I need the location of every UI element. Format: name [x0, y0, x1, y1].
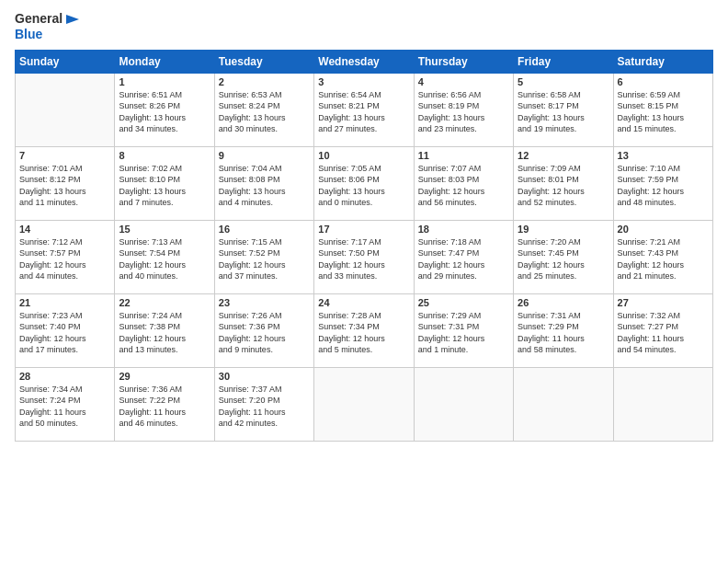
- calendar-cell: 26Sunrise: 7:31 AMSunset: 7:29 PMDayligh…: [514, 293, 613, 367]
- day-info: Sunrise: 7:37 AMSunset: 7:20 PMDaylight:…: [219, 384, 310, 430]
- logo-general: General: [15, 11, 79, 27]
- day-number: 12: [518, 150, 609, 161]
- week-row-3: 14Sunrise: 7:12 AMSunset: 7:57 PMDayligh…: [16, 220, 713, 293]
- calendar-cell: 1Sunrise: 6:51 AMSunset: 8:26 PMDaylight…: [115, 73, 214, 146]
- week-row-2: 7Sunrise: 7:01 AMSunset: 8:12 PMDaylight…: [16, 146, 713, 220]
- calendar-cell: 29Sunrise: 7:36 AMSunset: 7:22 PMDayligh…: [115, 367, 214, 441]
- day-info: Sunrise: 7:21 AMSunset: 7:43 PMDaylight:…: [618, 236, 709, 282]
- header: General Blue: [15, 11, 713, 42]
- header-row: SundayMondayTuesdayWednesdayThursdayFrid…: [16, 50, 713, 73]
- day-info: Sunrise: 6:58 AMSunset: 8:17 PMDaylight:…: [518, 89, 609, 135]
- day-number: 7: [19, 150, 110, 161]
- day-number: 10: [318, 150, 409, 161]
- calendar-cell: 6Sunrise: 6:59 AMSunset: 8:15 PMDaylight…: [613, 73, 712, 146]
- calendar-cell: 28Sunrise: 7:34 AMSunset: 7:24 PMDayligh…: [16, 367, 115, 441]
- day-number: 17: [318, 224, 409, 235]
- calendar-cell: 18Sunrise: 7:18 AMSunset: 7:47 PMDayligh…: [414, 220, 513, 293]
- header-day-thursday: Thursday: [414, 50, 513, 73]
- calendar-body: 1Sunrise: 6:51 AMSunset: 8:26 PMDaylight…: [16, 73, 713, 441]
- day-number: 6: [618, 76, 709, 87]
- svg-marker-0: [66, 15, 79, 24]
- day-number: 23: [219, 297, 310, 308]
- calendar-cell: 25Sunrise: 7:29 AMSunset: 7:31 PMDayligh…: [414, 293, 513, 367]
- calendar-cell: 20Sunrise: 7:21 AMSunset: 7:43 PMDayligh…: [613, 220, 712, 293]
- header-day-saturday: Saturday: [613, 50, 712, 73]
- calendar-cell: 12Sunrise: 7:09 AMSunset: 8:01 PMDayligh…: [514, 146, 613, 220]
- calendar-cell: 7Sunrise: 7:01 AMSunset: 8:12 PMDaylight…: [16, 146, 115, 220]
- day-info: Sunrise: 7:04 AMSunset: 8:08 PMDaylight:…: [219, 163, 310, 209]
- calendar-cell: [514, 367, 613, 441]
- day-number: 18: [418, 224, 509, 235]
- day-number: 16: [219, 224, 310, 235]
- calendar-cell: 21Sunrise: 7:23 AMSunset: 7:40 PMDayligh…: [16, 293, 115, 367]
- calendar-cell: 16Sunrise: 7:15 AMSunset: 7:52 PMDayligh…: [214, 220, 313, 293]
- header-day-wednesday: Wednesday: [314, 50, 414, 73]
- day-number: 11: [418, 150, 509, 161]
- day-number: 5: [518, 76, 609, 87]
- day-info: Sunrise: 7:15 AMSunset: 7:52 PMDaylight:…: [219, 236, 310, 282]
- day-info: Sunrise: 7:10 AMSunset: 7:59 PMDaylight:…: [618, 163, 709, 209]
- calendar-header: SundayMondayTuesdayWednesdayThursdayFrid…: [16, 50, 713, 73]
- calendar-cell: 24Sunrise: 7:28 AMSunset: 7:34 PMDayligh…: [314, 293, 414, 367]
- week-row-1: 1Sunrise: 6:51 AMSunset: 8:26 PMDaylight…: [16, 73, 713, 146]
- day-info: Sunrise: 7:05 AMSunset: 8:06 PMDaylight:…: [318, 163, 409, 209]
- day-number: 24: [318, 297, 409, 308]
- day-number: 1: [119, 76, 210, 87]
- day-number: 13: [618, 150, 709, 161]
- day-info: Sunrise: 7:24 AMSunset: 7:38 PMDaylight:…: [119, 310, 210, 356]
- logo-blue: Blue: [15, 27, 79, 42]
- day-number: 9: [219, 150, 310, 161]
- day-number: 14: [19, 224, 110, 235]
- calendar-cell: 19Sunrise: 7:20 AMSunset: 7:45 PMDayligh…: [514, 220, 613, 293]
- page: General Blue SundayMondayTuesdayWednesda…: [0, 0, 728, 563]
- calendar-cell: [314, 367, 414, 441]
- day-number: 30: [219, 371, 310, 382]
- day-info: Sunrise: 7:34 AMSunset: 7:24 PMDaylight:…: [19, 384, 110, 430]
- day-number: 26: [518, 297, 609, 308]
- calendar-cell: 5Sunrise: 6:58 AMSunset: 8:17 PMDaylight…: [514, 73, 613, 146]
- calendar-cell: 30Sunrise: 7:37 AMSunset: 7:20 PMDayligh…: [214, 367, 313, 441]
- calendar-cell: 10Sunrise: 7:05 AMSunset: 8:06 PMDayligh…: [314, 146, 414, 220]
- day-info: Sunrise: 7:09 AMSunset: 8:01 PMDaylight:…: [518, 163, 609, 209]
- day-number: 21: [19, 297, 110, 308]
- day-info: Sunrise: 7:31 AMSunset: 7:29 PMDaylight:…: [518, 310, 609, 356]
- day-info: Sunrise: 7:01 AMSunset: 8:12 PMDaylight:…: [19, 163, 110, 209]
- day-number: 22: [119, 297, 210, 308]
- day-number: 8: [119, 150, 210, 161]
- calendar-cell: 11Sunrise: 7:07 AMSunset: 8:03 PMDayligh…: [414, 146, 513, 220]
- calendar-cell: [613, 367, 712, 441]
- day-info: Sunrise: 7:18 AMSunset: 7:47 PMDaylight:…: [418, 236, 509, 282]
- logo-arrow-icon: [66, 15, 79, 24]
- day-info: Sunrise: 7:13 AMSunset: 7:54 PMDaylight:…: [119, 236, 210, 282]
- day-info: Sunrise: 7:23 AMSunset: 7:40 PMDaylight:…: [19, 310, 110, 356]
- day-info: Sunrise: 7:07 AMSunset: 8:03 PMDaylight:…: [418, 163, 509, 209]
- calendar-cell: 2Sunrise: 6:53 AMSunset: 8:24 PMDaylight…: [214, 73, 313, 146]
- day-number: 20: [618, 224, 709, 235]
- header-day-friday: Friday: [514, 50, 613, 73]
- day-number: 15: [119, 224, 210, 235]
- day-info: Sunrise: 7:32 AMSunset: 7:27 PMDaylight:…: [618, 310, 709, 356]
- calendar-cell: 8Sunrise: 7:02 AMSunset: 8:10 PMDaylight…: [115, 146, 214, 220]
- day-info: Sunrise: 7:17 AMSunset: 7:50 PMDaylight:…: [318, 236, 409, 282]
- calendar-cell: 9Sunrise: 7:04 AMSunset: 8:08 PMDaylight…: [214, 146, 313, 220]
- calendar-cell: 22Sunrise: 7:24 AMSunset: 7:38 PMDayligh…: [115, 293, 214, 367]
- day-info: Sunrise: 7:28 AMSunset: 7:34 PMDaylight:…: [318, 310, 409, 356]
- day-info: Sunrise: 7:29 AMSunset: 7:31 PMDaylight:…: [418, 310, 509, 356]
- header-day-monday: Monday: [115, 50, 214, 73]
- day-info: Sunrise: 6:53 AMSunset: 8:24 PMDaylight:…: [219, 89, 310, 135]
- day-number: 25: [418, 297, 509, 308]
- week-row-5: 28Sunrise: 7:34 AMSunset: 7:24 PMDayligh…: [16, 367, 713, 441]
- day-number: 27: [618, 297, 709, 308]
- day-info: Sunrise: 7:02 AMSunset: 8:10 PMDaylight:…: [119, 163, 210, 209]
- calendar-table: SundayMondayTuesdayWednesdayThursdayFrid…: [15, 50, 713, 442]
- calendar-cell: 3Sunrise: 6:54 AMSunset: 8:21 PMDaylight…: [314, 73, 414, 146]
- calendar-cell: 15Sunrise: 7:13 AMSunset: 7:54 PMDayligh…: [115, 220, 214, 293]
- calendar-cell: 23Sunrise: 7:26 AMSunset: 7:36 PMDayligh…: [214, 293, 313, 367]
- calendar-cell: 27Sunrise: 7:32 AMSunset: 7:27 PMDayligh…: [613, 293, 712, 367]
- header-day-tuesday: Tuesday: [214, 50, 313, 73]
- day-info: Sunrise: 6:54 AMSunset: 8:21 PMDaylight:…: [318, 89, 409, 135]
- calendar-cell: 17Sunrise: 7:17 AMSunset: 7:50 PMDayligh…: [314, 220, 414, 293]
- week-row-4: 21Sunrise: 7:23 AMSunset: 7:40 PMDayligh…: [16, 293, 713, 367]
- calendar-cell: 4Sunrise: 6:56 AMSunset: 8:19 PMDaylight…: [414, 73, 513, 146]
- day-number: 29: [119, 371, 210, 382]
